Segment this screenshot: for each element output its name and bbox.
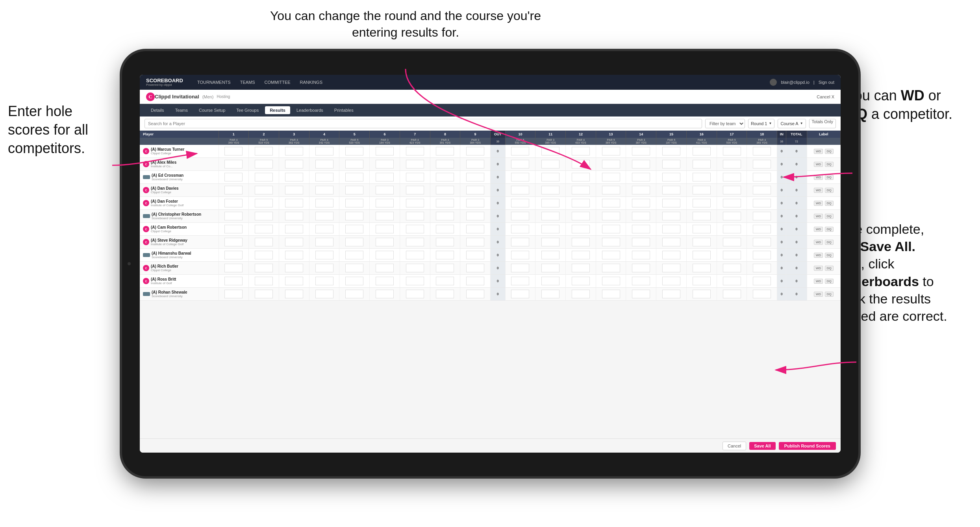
score-cell-hole-1[interactable] [219,288,249,301]
score-cell-hole-10[interactable] [505,197,535,210]
score-cell-hole-13[interactable] [596,210,626,223]
score-cell-hole-11[interactable] [535,145,566,158]
wd-dq-cell[interactable]: WD DQ [807,262,840,275]
score-cell-hole-1[interactable] [219,171,249,184]
score-cell-hole-11[interactable] [535,262,566,275]
score-cell-hole-15[interactable] [656,171,687,184]
score-cell-hole-5[interactable] [339,197,370,210]
tab-details[interactable]: Details [146,106,169,114]
score-cell-hole-5[interactable] [339,236,370,249]
score-cell-hole-8[interactable] [430,249,460,262]
wd-dq-cell[interactable]: WD DQ [807,145,840,158]
score-cell-hole-10[interactable] [505,236,535,249]
score-cell-hole-17[interactable] [717,262,747,275]
score-cell-hole-6[interactable] [370,236,400,249]
score-cell-hole-6[interactable] [370,249,400,262]
score-cell-hole-6[interactable] [370,275,400,288]
score-cell-hole-14[interactable] [626,158,656,171]
score-cell-hole-17[interactable] [717,275,747,288]
score-cell-hole-12[interactable] [566,249,596,262]
score-cell-hole-7[interactable] [400,223,430,236]
cancel-button[interactable]: Cancel [722,442,746,450]
score-cell-hole-12[interactable] [566,158,596,171]
score-cell-hole-3[interactable] [279,171,309,184]
score-cell-hole-1[interactable] [219,197,249,210]
score-cell-hole-3[interactable] [279,249,309,262]
score-cell-hole-18[interactable] [747,210,777,223]
tab-course-setup[interactable]: Course Setup [194,106,230,114]
score-cell-hole-4[interactable] [309,262,339,275]
score-cell-hole-17[interactable] [717,223,747,236]
score-cell-hole-8[interactable] [430,262,460,275]
score-cell-hole-15[interactable] [656,184,687,197]
score-cell-hole-2[interactable] [249,262,279,275]
search-input[interactable] [144,119,702,128]
score-cell-hole-14[interactable] [626,171,656,184]
score-cell-hole-8[interactable] [430,210,460,223]
score-cell-hole-10[interactable] [505,262,535,275]
score-cell-hole-12[interactable] [566,288,596,301]
dq-button[interactable]: DQ [825,253,834,258]
score-cell-hole-7[interactable] [400,249,430,262]
score-cell-hole-15[interactable] [656,197,687,210]
score-cell-hole-5[interactable] [339,158,370,171]
score-cell-hole-2[interactable] [249,184,279,197]
score-cell-hole-16[interactable] [686,171,717,184]
score-cell-hole-15[interactable] [656,262,687,275]
score-cell-hole-9[interactable] [460,275,491,288]
score-cell-hole-14[interactable] [626,236,656,249]
score-cell-hole-16[interactable] [686,158,717,171]
score-cell-hole-7[interactable] [400,262,430,275]
score-cell-hole-9[interactable] [460,184,491,197]
score-cell-hole-12[interactable] [566,145,596,158]
wd-dq-cell[interactable]: WD DQ [807,288,840,301]
score-cell-hole-13[interactable] [596,288,626,301]
score-cell-hole-6[interactable] [370,197,400,210]
score-cell-hole-9[interactable] [460,223,491,236]
wd-button[interactable]: WD [814,240,823,245]
score-cell-hole-16[interactable] [686,223,717,236]
score-cell-hole-5[interactable] [339,288,370,301]
score-cell-hole-3[interactable] [279,210,309,223]
score-cell-hole-6[interactable] [370,184,400,197]
score-cell-hole-17[interactable] [717,236,747,249]
score-cell-hole-10[interactable] [505,275,535,288]
score-cell-hole-9[interactable] [460,171,491,184]
score-cell-hole-12[interactable] [566,223,596,236]
score-cell-hole-16[interactable] [686,275,717,288]
score-cell-hole-2[interactable] [249,275,279,288]
score-cell-hole-15[interactable] [656,275,687,288]
score-cell-hole-4[interactable] [309,275,339,288]
score-cell-hole-11[interactable] [535,184,566,197]
score-cell-hole-4[interactable] [309,158,339,171]
sign-out-link[interactable]: Sign out [819,80,834,85]
score-cell-hole-6[interactable] [370,145,400,158]
wd-dq-cell[interactable]: WD DQ [807,184,840,197]
score-cell-hole-17[interactable] [717,249,747,262]
score-cell-hole-14[interactable] [626,145,656,158]
score-cell-hole-14[interactable] [626,210,656,223]
score-cell-hole-2[interactable] [249,145,279,158]
publish-button[interactable]: Publish Round Scores [779,442,836,450]
score-cell-hole-16[interactable] [686,197,717,210]
wd-button[interactable]: WD [814,214,823,219]
score-cell-hole-9[interactable] [460,288,491,301]
score-cell-hole-8[interactable] [430,275,460,288]
course-selector[interactable]: Course A ▼ [778,119,806,128]
totals-only-toggle[interactable]: Totals Only [809,119,836,128]
score-cell-hole-3[interactable] [279,288,309,301]
save-all-button[interactable]: Save All [749,442,775,450]
score-cell-hole-16[interactable] [686,262,717,275]
score-cell-hole-3[interactable] [279,184,309,197]
score-cell-hole-9[interactable] [460,145,491,158]
score-cell-hole-4[interactable] [309,184,339,197]
score-cell-hole-10[interactable] [505,184,535,197]
score-cell-hole-14[interactable] [626,288,656,301]
score-cell-hole-17[interactable] [717,158,747,171]
wd-dq-cell[interactable]: WD DQ [807,197,840,210]
score-cell-hole-15[interactable] [656,145,687,158]
score-cell-hole-18[interactable] [747,236,777,249]
score-cell-hole-3[interactable] [279,158,309,171]
score-cell-hole-8[interactable] [430,288,460,301]
score-cell-hole-6[interactable] [370,288,400,301]
